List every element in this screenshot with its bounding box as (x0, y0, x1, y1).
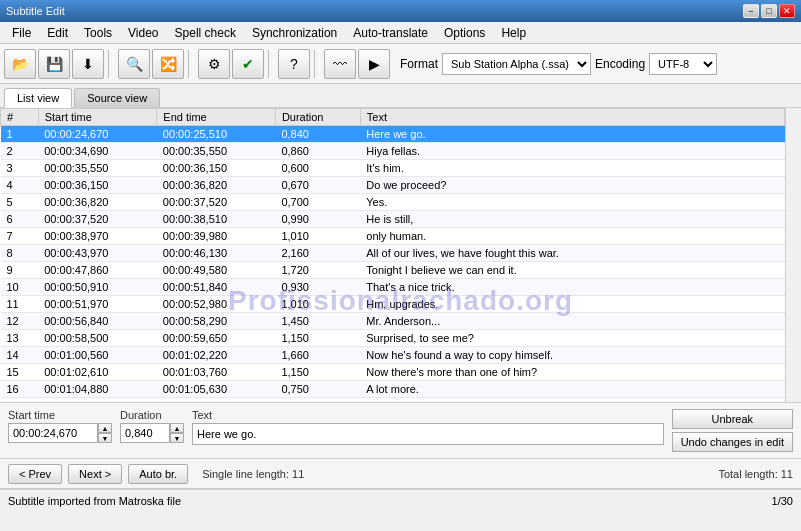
menu-item-file[interactable]: File (4, 24, 39, 42)
open-button[interactable]: 📂 (4, 49, 36, 79)
table-row[interactable]: 300:00:35,55000:00:36,1500,600It's him. (1, 160, 785, 177)
table-row[interactable]: 200:00:34,69000:00:35,5500,860Hiya fella… (1, 143, 785, 160)
subtitle-list: # Start time End time Duration Text 100:… (0, 108, 785, 402)
single-line-info: Single line length: 11 (202, 468, 304, 480)
table-row[interactable]: 1700:01:18,04000:01:19,2200,600Come on ! (1, 398, 785, 403)
menu-item-tools[interactable]: Tools (76, 24, 120, 42)
table-row[interactable]: 1500:01:02,61000:01:03,7601,150Now there… (1, 364, 785, 381)
status-text: Subtitle imported from Matroska file (8, 495, 181, 507)
video-button[interactable]: ▶ (358, 49, 390, 79)
toolbar-separator-1 (108, 50, 114, 78)
unbreak-button[interactable]: Unbreak (672, 409, 793, 429)
table-row[interactable]: 600:00:37,52000:00:38,5100,990He is stil… (1, 211, 785, 228)
check-button[interactable]: ✔ (232, 49, 264, 79)
duration-spin: ▲ ▼ (120, 423, 184, 443)
close-button[interactable]: ✕ (779, 4, 795, 18)
table-row[interactable]: 1000:00:50,91000:00:51,8400,930That's a … (1, 279, 785, 296)
table-row[interactable]: 1600:01:04,88000:01:05,6300,750A lot mor… (1, 381, 785, 398)
menu-item-help[interactable]: Help (493, 24, 534, 42)
main-area: # Start time End time Duration Text 100:… (0, 108, 801, 403)
page-info: 1/30 (772, 495, 793, 507)
title-bar: Subtitle Edit − □ ✕ (0, 0, 801, 22)
menu-item-edit[interactable]: Edit (39, 24, 76, 42)
undo-changes-button[interactable]: Undo changes in edit (672, 432, 793, 452)
duration-label: Duration (120, 409, 184, 421)
table-row[interactable]: 400:00:36,15000:00:36,8200,670Do we proc… (1, 177, 785, 194)
start-time-spinners: ▲ ▼ (98, 423, 112, 443)
save-button[interactable]: 💾 (38, 49, 70, 79)
auto-br-button[interactable]: Auto br. (128, 464, 188, 484)
download-button[interactable]: ⬇ (72, 49, 104, 79)
table-row[interactable]: 1200:00:56,84000:00:58,2901,450Mr. Ander… (1, 313, 785, 330)
col-end: End time (157, 109, 276, 126)
waveform-button[interactable]: 〰 (324, 49, 356, 79)
toolbar-separator-4 (314, 50, 320, 78)
settings-button[interactable]: ⚙ (198, 49, 230, 79)
help-button[interactable]: ? (278, 49, 310, 79)
table-body: 100:00:24,67000:00:25,5100,840Here we go… (1, 126, 785, 403)
table-header: # Start time End time Duration Text (1, 109, 785, 126)
start-time-label: Start time (8, 409, 112, 421)
menu-item-auto-translate[interactable]: Auto-translate (345, 24, 436, 42)
menu-bar: FileEditToolsVideoSpell checkSynchroniza… (0, 22, 801, 44)
menu-item-video[interactable]: Video (120, 24, 166, 42)
search-button[interactable]: 🔍 (118, 49, 150, 79)
start-time-input[interactable] (8, 423, 98, 443)
table-row[interactable]: 1100:00:51,97000:00:52,9801,010Hm, upgra… (1, 296, 785, 313)
duration-spinners: ▲ ▼ (170, 423, 184, 443)
start-time-down[interactable]: ▼ (98, 433, 112, 443)
toolbar-right: Format Sub Station Alpha (.ssa)SubRip (.… (400, 53, 717, 75)
table-row[interactable]: 1300:00:58,50000:00:59,6501,150Surprised… (1, 330, 785, 347)
format-label: Format (400, 57, 438, 71)
col-duration: Duration (275, 109, 360, 126)
table-row[interactable]: 1400:01:00,56000:01:02,2201,660Now he's … (1, 347, 785, 364)
menu-item-spell-check[interactable]: Spell check (167, 24, 244, 42)
start-time-spin: ▲ ▼ (8, 423, 112, 443)
duration-input[interactable] (120, 423, 170, 443)
duration-group: Duration ▲ ▼ (120, 409, 184, 443)
table-row[interactable]: 100:00:24,67000:00:25,5100,840Here we go… (1, 126, 785, 143)
title-bar-text: Subtitle Edit (6, 5, 65, 17)
title-bar-controls: − □ ✕ (743, 4, 795, 18)
scrollbar[interactable] (785, 108, 801, 402)
prev-button[interactable]: < Prev (8, 464, 62, 484)
edit-panel: Start time ▲ ▼ Duration ▲ ▼ Text Unbreak… (0, 403, 801, 459)
text-label: Text (192, 409, 664, 421)
bottom-nav: < Prev Next > Auto br. Single line lengt… (0, 459, 801, 489)
replace-button[interactable]: 🔀 (152, 49, 184, 79)
encoding-label: Encoding (595, 57, 645, 71)
toolbar: 📂 💾 ⬇ 🔍 🔀 ⚙ ✔ ? 〰 ▶ Format Sub Station A… (0, 44, 801, 84)
col-number: # (1, 109, 39, 126)
format-select[interactable]: Sub Station Alpha (.ssa)SubRip (.srt)Web… (442, 53, 591, 75)
tab-source-view[interactable]: Source view (74, 88, 160, 107)
duration-up[interactable]: ▲ (170, 423, 184, 433)
tabs-bar: List viewSource view (0, 84, 801, 108)
tab-list-view[interactable]: List view (4, 88, 72, 108)
text-group: Text (192, 409, 664, 445)
duration-down[interactable]: ▼ (170, 433, 184, 443)
menu-item-synchronization[interactable]: Synchronization (244, 24, 345, 42)
col-text: Text (360, 109, 784, 126)
menu-item-options[interactable]: Options (436, 24, 493, 42)
table-row[interactable]: 500:00:36,82000:00:37,5200,700Yes. (1, 194, 785, 211)
table-row[interactable]: 800:00:43,97000:00:46,1302,160All of our… (1, 245, 785, 262)
edit-buttons: Unbreak Undo changes in edit (672, 409, 793, 452)
total-length-info: Total length: 11 (718, 468, 793, 480)
minimize-button[interactable]: − (743, 4, 759, 18)
toolbar-separator-3 (268, 50, 274, 78)
text-input[interactable] (192, 423, 664, 445)
table-row[interactable]: 700:00:38,97000:00:39,9801,010only human… (1, 228, 785, 245)
encoding-select[interactable]: UTF-8UTF-16ANSI (649, 53, 717, 75)
toolbar-separator-2 (188, 50, 194, 78)
start-time-group: Start time ▲ ▼ (8, 409, 112, 443)
status-bar: Subtitle imported from Matroska file 1/3… (0, 489, 801, 511)
start-time-up[interactable]: ▲ (98, 423, 112, 433)
maximize-button[interactable]: □ (761, 4, 777, 18)
subtitle-table[interactable]: # Start time End time Duration Text 100:… (0, 108, 785, 402)
table-row[interactable]: 900:00:47,86000:00:49,5801,720Tonight I … (1, 262, 785, 279)
col-start: Start time (38, 109, 157, 126)
next-button[interactable]: Next > (68, 464, 122, 484)
